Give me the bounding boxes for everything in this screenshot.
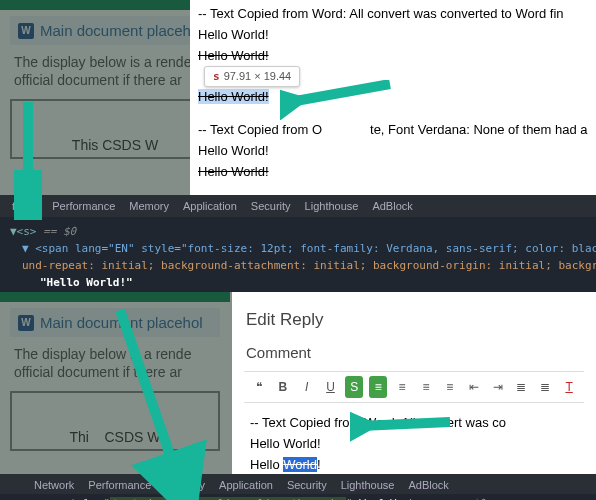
doc-description-2: The display below is a rende official do…	[10, 337, 220, 391]
doc-title-2: Main document placehol	[40, 314, 203, 331]
editor-line-2: Hello World!	[250, 455, 578, 476]
doc-title: Main document placehol	[40, 22, 203, 39]
align-right-icon[interactable]: ≡	[417, 376, 435, 398]
tooltip-dimensions: 97.91 × 19.44	[224, 70, 292, 82]
panel-a-line-5: Hello World!	[198, 141, 588, 162]
panel-a-header-1: -- Text Copied from Word: All convert wa…	[198, 4, 588, 25]
tab-application[interactable]: Application	[219, 479, 273, 491]
doc-description: The display below is a rende official do…	[10, 45, 220, 99]
italic-icon[interactable]: I	[298, 376, 316, 398]
tab-lighthouse[interactable]: Lighthouse	[305, 200, 359, 212]
element-size-tooltip: s97.91 × 19.44	[204, 66, 300, 87]
text-color-icon[interactable]: T	[560, 376, 578, 398]
indent-in-icon[interactable]: ⇤	[465, 376, 483, 398]
panel-a-line-6: Hello World!	[198, 162, 588, 183]
strike-icon[interactable]: S	[345, 376, 363, 398]
doc-frame-text: This CSDS W	[72, 137, 158, 153]
editor-toolbar: ❝ B I U S ≡ ≡ ≡ ≡ ⇤ ⇥ ≣ ≣ T	[244, 371, 584, 403]
panel-a-line-1: Hello World!	[198, 25, 588, 46]
s-tag-badge: s	[213, 70, 220, 83]
tab-adblock[interactable]: AdBlock	[408, 479, 448, 491]
doc-title-bar: W Main document placehol	[10, 16, 220, 45]
devtools-elements-b[interactable]: <span style="text-decoration-line: line-…	[0, 494, 596, 500]
doc-frame-2: Thi CSDS W	[10, 391, 220, 451]
devtools-tabs[interactable]: twork Performance Memory Application Sec…	[0, 195, 596, 217]
tab-performance[interactable]: Performance	[88, 479, 151, 491]
tab-network[interactable]: Network	[34, 479, 74, 491]
tab-security[interactable]: Security	[251, 200, 291, 212]
tab-application[interactable]: Application	[183, 200, 237, 212]
bold-icon[interactable]: B	[274, 376, 292, 398]
panel-a-line-4: Hello World!	[198, 87, 588, 108]
panel-a-line-2: Hello World!	[198, 46, 588, 67]
indent-out-icon[interactable]: ⇥	[489, 376, 507, 398]
panel-a-header-2: -- Text Copied from Ote, Font Verdana: N…	[198, 120, 588, 141]
list-ol-icon[interactable]: ≣	[512, 376, 530, 398]
devtools-elements-a[interactable]: ▼<s> == $0 ▼ <span lang="EN" style="font…	[0, 217, 596, 292]
underline-icon[interactable]: U	[322, 376, 340, 398]
word-icon: W	[18, 23, 34, 39]
quote-icon[interactable]: ❝	[250, 376, 268, 398]
editor-line-1: Hello World!	[250, 434, 578, 455]
align-center-icon[interactable]: ≡	[393, 376, 411, 398]
tab-security[interactable]: Security	[287, 479, 327, 491]
tab-network[interactable]: twork	[12, 200, 38, 212]
tab-lighthouse[interactable]: Lighthouse	[341, 479, 395, 491]
editor-header: -- Text Copied from Word: All convert wa…	[250, 413, 578, 434]
editor-title: Edit Reply	[244, 300, 584, 339]
word-icon: W	[18, 315, 34, 331]
tab-adblock[interactable]: AdBlock	[372, 200, 412, 212]
list-ul-icon[interactable]: ≣	[536, 376, 554, 398]
align-left-icon[interactable]: ≡	[369, 376, 387, 398]
doc-title-bar-2: W Main document placehol	[10, 308, 220, 337]
tab-memory[interactable]: Memory	[165, 479, 205, 491]
doc-frame: This CSDS W	[10, 99, 220, 159]
tab-memory[interactable]: Memory	[129, 200, 169, 212]
editor-subtitle: Comment	[244, 339, 584, 371]
justify-icon[interactable]: ≡	[441, 376, 459, 398]
tab-performance[interactable]: Performance	[52, 200, 115, 212]
devtools-tabs-2[interactable]: Network Performance Memory Application S…	[0, 474, 596, 496]
